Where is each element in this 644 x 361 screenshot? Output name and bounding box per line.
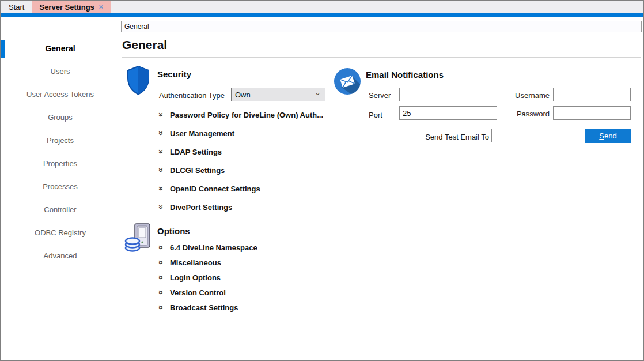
section-label: Version Control xyxy=(170,288,226,297)
double-chevron-down-icon: » xyxy=(157,167,165,174)
sidebar-item-label: Processes xyxy=(43,182,78,191)
section-login-options[interactable]: » Login Options xyxy=(158,270,257,285)
double-chevron-down-icon: » xyxy=(157,304,165,311)
section-miscellaneous[interactable]: » Miscellaneous xyxy=(158,255,257,270)
auth-type-dropdown[interactable]: Own ⌄ xyxy=(231,88,325,101)
send-button-label-rest: end xyxy=(604,131,617,140)
send-test-email-input[interactable] xyxy=(491,129,570,142)
sidebar-item-general[interactable]: General xyxy=(1,37,119,60)
section-user-management[interactable]: » User Management xyxy=(158,124,323,142)
security-collapse-list: » Password Policy for DiveLine (Own) Aut… xyxy=(158,106,323,216)
section-label: DLCGI Settings xyxy=(170,166,225,175)
double-chevron-down-icon: » xyxy=(157,274,165,281)
section-password-policy[interactable]: » Password Policy for DiveLine (Own) Aut… xyxy=(158,106,323,124)
section-openid-connect-settings[interactable]: » OpenID Connect Settings xyxy=(158,179,323,198)
sidebar-item-controller[interactable]: Controller xyxy=(1,198,119,221)
sidebar-item-label: Users xyxy=(51,67,70,76)
section-label: LDAP Settings xyxy=(170,148,222,156)
send-button-accesskey: S xyxy=(599,131,604,140)
port-input[interactable] xyxy=(399,106,497,120)
auth-type-selected-value: Own xyxy=(235,91,251,99)
section-diveline-namespace[interactable]: » 6.4 DiveLine Namespace xyxy=(158,240,257,255)
section-broadcast-settings[interactable]: » Broadcast Settings xyxy=(158,300,257,315)
port-label: Port xyxy=(369,111,382,119)
double-chevron-down-icon: » xyxy=(157,185,165,192)
server-database-icon xyxy=(124,223,154,254)
double-chevron-down-icon: » xyxy=(157,130,165,137)
chevron-down-icon: ⌄ xyxy=(315,91,321,95)
password-label: Password xyxy=(508,110,550,118)
active-item-accent-bar xyxy=(1,40,5,58)
sidebar-item-properties[interactable]: Properties xyxy=(1,152,119,175)
section-version-control[interactable]: » Version Control xyxy=(158,285,257,300)
tab-start[interactable]: Start xyxy=(1,1,32,13)
email-icon xyxy=(334,68,361,97)
sidebar-item-odbc-registry[interactable]: ODBC Registry xyxy=(1,221,119,245)
sidebar: General Users User Access Tokens Groups … xyxy=(1,37,119,268)
sidebar-item-advanced[interactable]: Advanced xyxy=(1,245,119,268)
username-label: Username xyxy=(508,91,550,100)
accent-top-bar xyxy=(1,13,643,17)
auth-type-label: Authentication Type xyxy=(159,91,225,100)
sidebar-item-groups[interactable]: Groups xyxy=(1,106,119,129)
security-section-heading: Security xyxy=(157,69,191,79)
sidebar-item-label: ODBC Registry xyxy=(35,228,86,237)
close-icon[interactable]: ✕ xyxy=(99,4,104,10)
shield-icon xyxy=(126,66,150,97)
sidebar-item-label: User Access Tokens xyxy=(26,90,94,99)
double-chevron-down-icon: » xyxy=(157,148,165,155)
send-test-email-label: Send Test Email To xyxy=(404,133,489,141)
sidebar-item-label: Groups xyxy=(48,113,73,122)
password-input[interactable] xyxy=(553,106,631,120)
sidebar-item-label: General xyxy=(45,44,75,53)
send-button[interactable]: Send xyxy=(585,129,631,143)
sidebar-item-label: Advanced xyxy=(44,251,77,260)
section-label: OpenID Connect Settings xyxy=(170,185,260,193)
section-label: User Management xyxy=(170,129,234,138)
section-label: DivePort Settings xyxy=(170,203,232,212)
username-input[interactable] xyxy=(553,88,631,101)
tab-server-settings[interactable]: Server Settings ✕ xyxy=(32,1,111,13)
sidebar-item-label: Controller xyxy=(44,205,76,214)
sidebar-item-projects[interactable]: Projects xyxy=(1,129,119,152)
section-label: Login Options xyxy=(170,273,221,282)
server-settings-window: Start Server Settings ✕ General Users Us… xyxy=(0,0,644,361)
options-collapse-list: » 6.4 DiveLine Namespace » Miscellaneous… xyxy=(158,240,257,315)
sidebar-item-label: Projects xyxy=(47,136,74,145)
section-label: Password Policy for DiveLine (Own) Auth.… xyxy=(170,111,323,119)
tab-strip: Start Server Settings ✕ xyxy=(1,1,643,13)
double-chevron-down-icon: » xyxy=(157,289,165,296)
section-label: Miscellaneous xyxy=(170,258,221,267)
sidebar-item-label: Properties xyxy=(43,159,77,168)
section-label: Broadcast Settings xyxy=(170,303,238,312)
page-title: General xyxy=(122,38,167,52)
sidebar-item-users[interactable]: Users xyxy=(1,60,119,83)
tab-server-settings-label: Server Settings xyxy=(39,3,94,12)
sidebar-item-user-access-tokens[interactable]: User Access Tokens xyxy=(1,83,119,106)
section-label: 6.4 DiveLine Namespace xyxy=(170,243,257,252)
double-chevron-down-icon: » xyxy=(157,204,165,210)
double-chevron-down-icon: » xyxy=(157,111,165,118)
section-dlcgi-settings[interactable]: » DLCGI Settings xyxy=(158,161,323,179)
breadcrumb: General xyxy=(121,21,642,32)
tab-start-label: Start xyxy=(9,3,24,12)
email-section-heading: Email Notifications xyxy=(366,70,444,80)
options-section-heading: Options xyxy=(157,226,190,236)
double-chevron-down-icon: » xyxy=(157,244,165,251)
server-label: Server xyxy=(369,91,391,100)
double-chevron-down-icon: » xyxy=(157,259,165,266)
sidebar-item-processes[interactable]: Processes xyxy=(1,175,119,198)
title-divider xyxy=(122,57,641,58)
section-ldap-settings[interactable]: » LDAP Settings xyxy=(158,142,323,161)
server-input[interactable] xyxy=(399,88,497,101)
section-diveport-settings[interactable]: » DivePort Settings xyxy=(158,198,323,216)
